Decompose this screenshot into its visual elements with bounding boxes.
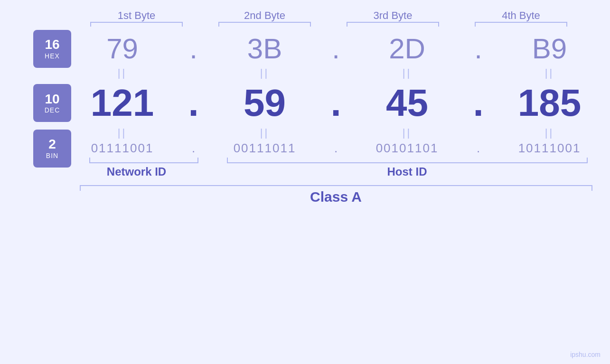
host-id-right-tick: [587, 158, 588, 163]
hex-row: 16 HEX 79 . 3B . 2D . B9: [19, 32, 591, 65]
id-labels-row: Network ID Host ID: [50, 165, 610, 178]
hex-dot-1: .: [187, 32, 201, 65]
bracket-cell-4: [457, 22, 585, 23]
dec-dot-2: .: [329, 81, 343, 125]
bin-value-3: 00101101: [343, 141, 471, 156]
equals-area-2: || || || ||: [58, 127, 610, 139]
dec-dot-1: .: [187, 81, 201, 125]
class-label-row: Class A: [50, 189, 610, 205]
class-left-tick: [80, 185, 81, 191]
hex-badge-number: 16: [45, 37, 59, 52]
byte-header-4: 4th Byte: [457, 9, 585, 22]
hex-dot-3: .: [471, 32, 486, 65]
byte-header-2: 2nd Byte: [201, 9, 329, 22]
bin-badge-label: BIN: [46, 152, 58, 159]
host-id-line: [227, 162, 588, 163]
network-id-line: [89, 162, 198, 163]
dec-badge: 10 DEC: [33, 84, 71, 122]
top-bracket-1: [90, 22, 183, 23]
eq2-3: ||: [343, 127, 471, 139]
byte-header-1: 1st Byte: [73, 9, 201, 22]
bracket-spacer-1: [208, 157, 222, 163]
host-id-label: Host ID: [215, 165, 600, 178]
dec-value-2: 59: [201, 81, 329, 125]
network-id-left-tick: [89, 158, 90, 163]
dec-badge-number: 10: [45, 92, 59, 107]
equals-row-2: || || || ||: [19, 125, 591, 141]
bin-dot-1: .: [187, 141, 201, 156]
bin-badge-number: 2: [48, 137, 56, 152]
dec-value-1: 121: [58, 81, 187, 125]
bin-values-area: 01111001 . 00111011 . 00101101 . 1011100…: [58, 141, 610, 156]
class-bracket-line: [80, 185, 592, 186]
hex-badge: 16 HEX: [33, 30, 71, 68]
bracket-cell-1: [73, 22, 201, 23]
hex-dot-2: .: [329, 32, 343, 65]
dec-badge-label: DEC: [45, 106, 60, 114]
bin-badge: 2 BIN: [33, 130, 71, 168]
top-brackets-row: [43, 22, 610, 23]
id-labels-spacer: [201, 165, 215, 178]
eq1-4: ||: [486, 67, 610, 79]
dec-dot-3: .: [471, 81, 486, 125]
main-container: 1st Byte 2nd Byte 3rd Byte 4th Byte 16 H…: [0, 0, 610, 364]
top-bracket-3: [347, 22, 439, 23]
dec-row: 10 DEC 121 . 59 . 45 . 185: [19, 81, 591, 125]
host-id-bracket: [222, 157, 592, 163]
hex-value-4: B9: [486, 32, 610, 65]
eq1-2: ||: [201, 67, 329, 79]
bracket-cell-3: [329, 22, 457, 23]
bin-value-1: 01111001: [58, 141, 187, 156]
hex-value-1: 79: [58, 32, 187, 65]
bin-value-2: 00111011: [201, 141, 329, 156]
byte-header-3: 3rd Byte: [329, 9, 457, 22]
dec-values-area: 121 . 59 . 45 . 185: [58, 81, 610, 125]
byte-headers-row: 1st Byte 2nd Byte 3rd Byte 4th Byte: [43, 9, 610, 22]
bottom-brackets-row: [50, 157, 610, 163]
equals-area-1: || || || ||: [58, 67, 610, 79]
eq2-1: ||: [58, 127, 187, 139]
eq2-4: ||: [486, 127, 610, 139]
top-bracket-2: [218, 22, 311, 23]
bin-dot-2: .: [329, 141, 343, 156]
watermark: ipshu.com: [570, 351, 601, 358]
top-bracket-4: [475, 22, 567, 23]
equals-row-1: || || || ||: [19, 65, 591, 81]
network-id-right-tick: [197, 158, 198, 163]
class-label: Class A: [310, 189, 362, 205]
class-right-tick: [591, 185, 592, 191]
network-id-bracket: [80, 157, 208, 163]
bracket-cell-2: [201, 22, 329, 23]
eq1-1: ||: [58, 67, 187, 79]
dec-value-3: 45: [343, 81, 471, 125]
hex-value-3: 2D: [343, 32, 471, 65]
dec-value-4: 185: [486, 81, 610, 125]
eq2-2: ||: [201, 127, 329, 139]
hex-value-2: 3B: [201, 32, 329, 65]
network-id-label: Network ID: [73, 165, 201, 178]
bin-row: 2 BIN 01111001 . 00111011 . 00101101 . 1…: [19, 141, 591, 156]
bin-dot-3: .: [471, 141, 486, 156]
hex-badge-label: HEX: [45, 52, 60, 60]
bin-value-4: 10111001: [486, 141, 610, 156]
host-id-left-tick: [227, 158, 228, 163]
hex-values-area: 79 . 3B . 2D . B9: [58, 32, 610, 65]
eq1-3: ||: [343, 67, 471, 79]
